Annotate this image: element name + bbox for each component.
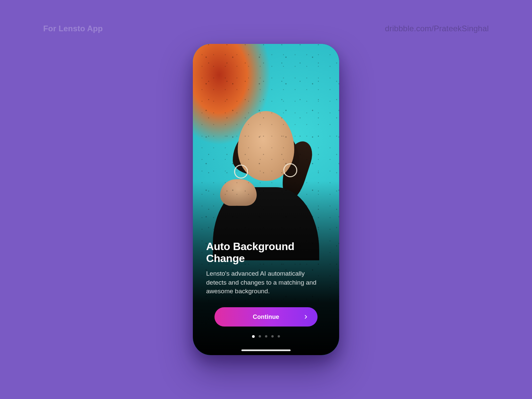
page-dot[interactable] (265, 335, 267, 337)
context-label-left: For Lensto App (43, 24, 103, 33)
phone-frame: Auto Background Change Lensto's advanced… (193, 44, 339, 355)
onboarding-title: Auto Background Change (206, 240, 326, 265)
page-dot[interactable] (271, 335, 274, 337)
context-label-right: dribbble.com/PrateekSinghal (385, 24, 489, 33)
continue-button[interactable]: Continue (214, 307, 318, 327)
continue-button-label: Continue (253, 314, 279, 321)
page-dot[interactable] (252, 335, 255, 338)
page-dot[interactable] (259, 335, 261, 337)
page-dot[interactable] (278, 335, 280, 337)
onboarding-description: Lensto's advanced AI automatically detec… (206, 269, 326, 296)
onboarding-content: Auto Background Change Lensto's advanced… (193, 240, 339, 355)
chevron-right-icon (303, 314, 309, 320)
home-indicator[interactable] (241, 349, 291, 351)
page-indicator (206, 335, 326, 338)
